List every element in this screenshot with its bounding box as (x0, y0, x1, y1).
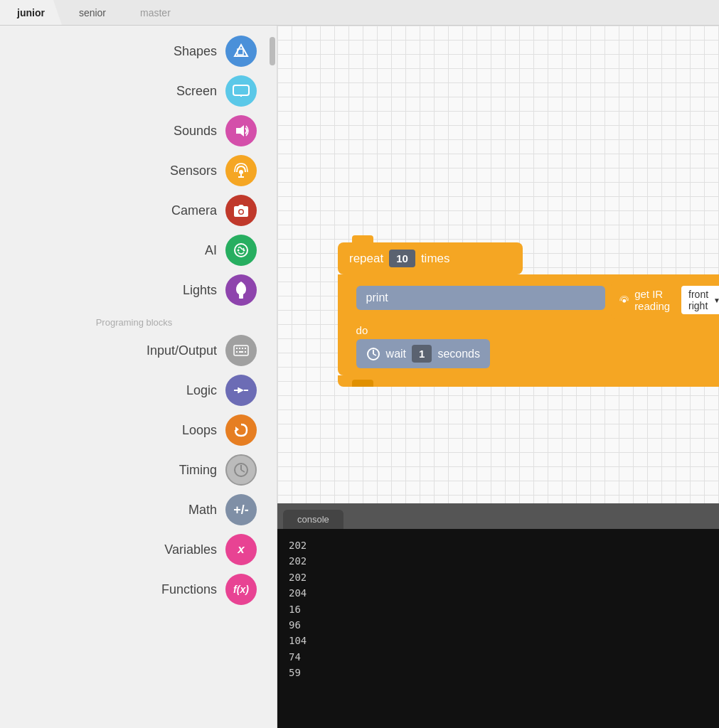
camera-icon (225, 195, 257, 226)
functions-label: Functions (6, 582, 217, 597)
svg-rect-15 (234, 346, 248, 355)
svg-rect-18 (242, 348, 243, 349)
sidebar-item-logic[interactable]: Logic (0, 370, 268, 410)
console-line: 59 (289, 665, 708, 680)
sidebar-item-camera[interactable]: Camera (0, 191, 268, 230)
canvas-area[interactable]: repeat 10 times (277, 26, 719, 503)
console-line: 74 (289, 649, 708, 665)
inputoutput-icon (225, 335, 257, 366)
console-line: 16 (289, 601, 708, 617)
times-label: times (421, 252, 450, 266)
repeat-count-box[interactable]: 10 (389, 250, 415, 267)
console-area[interactable]: 20220220220416961047459 (277, 529, 719, 728)
ir-dropdown[interactable]: front right ▼ (681, 286, 719, 314)
main-layout: Shapes Screen (0, 26, 719, 728)
console-line: 204 (289, 585, 708, 601)
repeat-count: 10 (396, 252, 408, 264)
ir-dropdown-value: front right (688, 289, 710, 311)
functions-icon: f(x) (225, 574, 257, 605)
repeat-notch (352, 235, 373, 244)
math-label: Math (6, 503, 217, 518)
programming-section-label: Programing blocks (0, 310, 268, 331)
wait-count: 1 (419, 348, 425, 360)
console-tab[interactable]: console (283, 510, 343, 529)
repeat-label: repeat (349, 252, 383, 266)
logic-icon (225, 375, 257, 406)
workspace: repeat 10 times (277, 26, 719, 728)
sidebar-item-shapes[interactable]: Shapes (0, 31, 268, 71)
screen-label: Screen (6, 84, 217, 99)
sidebar-item-variables[interactable]: Variables x (0, 530, 268, 569)
timing-label: Timing (6, 463, 217, 478)
sensors-icon (225, 155, 257, 186)
svg-point-10 (240, 210, 243, 214)
c-block-left-arm (338, 274, 351, 375)
bottom-notch (352, 380, 373, 387)
svg-rect-14 (239, 296, 243, 299)
sidebar-item-loops[interactable]: Loops (0, 410, 268, 450)
tab-senior-label: senior (79, 7, 106, 18)
scroll-thumb[interactable] (270, 37, 275, 65)
blocks-container: repeat 10 times (338, 242, 719, 387)
sounds-icon (225, 115, 257, 146)
wait-label: wait (386, 348, 406, 360)
svg-rect-22 (245, 351, 246, 353)
variables-icon: x (225, 534, 257, 565)
svg-rect-19 (245, 348, 246, 349)
svg-point-12 (238, 250, 240, 252)
sidebar-item-functions[interactable]: Functions f(x) (0, 569, 268, 609)
svg-point-11 (235, 244, 247, 257)
ir-sensor-icon (619, 294, 629, 306)
sidebar-item-screen[interactable]: Screen (0, 71, 268, 111)
svg-point-30 (622, 299, 626, 303)
inputoutput-label: Input/Output (6, 343, 217, 358)
seconds-label: seconds (437, 348, 480, 360)
svg-rect-17 (239, 348, 240, 349)
ir-block[interactable]: get IR reading front right ▼ (611, 282, 719, 318)
screen-icon (225, 75, 257, 107)
tab-master[interactable]: master (123, 0, 188, 25)
svg-point-6 (239, 170, 243, 174)
tab-senior[interactable]: senior (62, 0, 123, 25)
sidebar-item-sensors[interactable]: Sensors (0, 151, 268, 191)
console-line: 104 (289, 633, 708, 648)
math-icon: +/- (225, 494, 257, 525)
console-line: 96 (289, 617, 708, 633)
lights-icon (225, 274, 257, 306)
variables-label: Variables (6, 542, 217, 557)
sidebar-item-inputoutput[interactable]: Input/Output (0, 331, 268, 370)
print-block[interactable]: print (356, 286, 605, 310)
wait-count-box[interactable]: 1 (412, 345, 432, 363)
ai-icon (225, 235, 257, 266)
dropdown-arrow-icon: ▼ (713, 296, 719, 304)
console-tab-bar: console (277, 503, 719, 529)
loops-icon (225, 414, 257, 446)
lights-label: Lights (6, 283, 217, 298)
svg-marker-26 (235, 427, 239, 432)
sidebar: Shapes Screen (0, 26, 277, 728)
tab-master-label: master (140, 7, 171, 18)
camera-label: Camera (6, 203, 217, 218)
sidebar-item-ai[interactable]: AI (0, 230, 268, 270)
console-line: 202 (289, 537, 708, 553)
tab-junior-label: junior (17, 7, 45, 18)
wait-block[interactable]: wait 1 seconds (356, 339, 490, 368)
sidebar-item-timing[interactable]: Timing (0, 450, 268, 490)
svg-rect-16 (236, 348, 238, 349)
do-label: do (356, 324, 368, 336)
ir-label: get IR reading (634, 288, 676, 312)
svg-rect-20 (236, 351, 238, 353)
clock-icon (366, 347, 380, 361)
shapes-icon (225, 36, 257, 67)
repeat-block[interactable]: repeat 10 times (338, 242, 523, 274)
sidebar-item-lights[interactable]: Lights (0, 270, 268, 310)
svg-rect-2 (233, 85, 249, 95)
console-section: console 20220220220416961047459 (277, 503, 719, 728)
svg-line-29 (241, 470, 245, 472)
tab-junior[interactable]: junior (0, 0, 62, 25)
print-label: print (366, 291, 388, 304)
loops-label: Loops (6, 423, 217, 438)
sidebar-item-sounds[interactable]: Sounds (0, 111, 268, 151)
logic-label: Logic (6, 383, 217, 398)
sidebar-item-math[interactable]: Math +/- (0, 490, 268, 530)
